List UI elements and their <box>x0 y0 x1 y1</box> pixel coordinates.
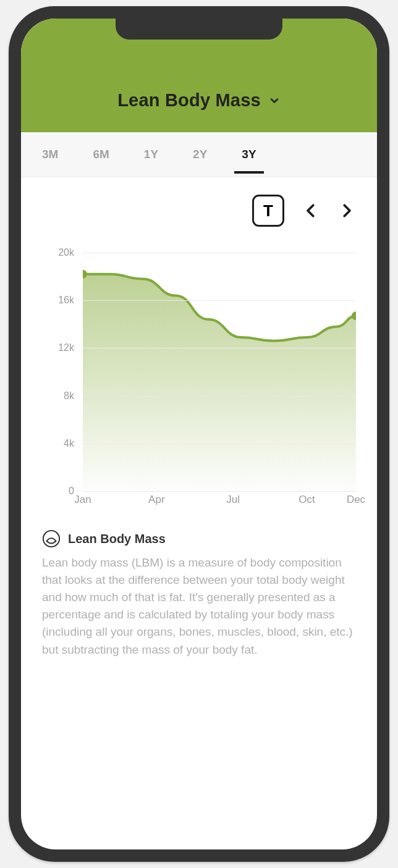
x-axis-label: Jan <box>74 494 91 506</box>
y-axis-label: 8k <box>42 390 74 402</box>
gridline <box>83 444 356 444</box>
time-range-tabs: 3M 6M 1Y 2Y 3Y <box>21 132 377 177</box>
tab-label: 6M <box>93 148 109 161</box>
metric-selector[interactable]: Lean Body Mass <box>117 90 281 111</box>
tab-label: 3M <box>42 148 58 161</box>
info-section: Lean Body Mass Lean body mass (LBM) is a… <box>21 512 377 659</box>
info-description: Lean body mass (LBM) is a measure of bod… <box>42 554 356 659</box>
area-chart: 04k8k12k16k20k JanAprJulOctDec <box>42 253 356 506</box>
tab-1y[interactable]: 1Y <box>140 135 162 174</box>
chevron-down-icon <box>268 95 281 107</box>
tab-label: 2Y <box>193 148 207 161</box>
chart-toolbar: T <box>21 177 377 227</box>
phone-frame: Lean Body Mass 3M 6M 1Y 2Y 3Y T 04k8k12k… <box>9 6 389 862</box>
toggle-label: T <box>263 201 273 221</box>
chevron-right-icon[interactable] <box>337 201 356 220</box>
y-axis-label: 4k <box>42 438 74 449</box>
page-title: Lean Body Mass <box>117 90 261 111</box>
x-axis-label: Dec <box>347 494 365 506</box>
y-axis-label: 12k <box>42 342 74 353</box>
x-axis-label: Apr <box>148 494 164 506</box>
x-axis-label: Jul <box>226 494 240 506</box>
tab-3m[interactable]: 3M <box>38 135 62 174</box>
tab-label: 1Y <box>144 148 158 161</box>
toggle-button[interactable]: T <box>252 195 284 227</box>
gridline <box>83 491 356 492</box>
tab-2y[interactable]: 2Y <box>189 135 211 174</box>
gridline <box>83 253 356 253</box>
tab-3y[interactable]: 3Y <box>238 135 260 174</box>
body-icon <box>42 529 61 548</box>
chart-container: 04k8k12k16k20k JanAprJulOctDec <box>21 227 377 512</box>
y-axis-label: 16k <box>42 295 74 306</box>
tab-6m[interactable]: 6M <box>89 135 112 174</box>
device-notch <box>116 19 282 40</box>
info-title: Lean Body Mass <box>68 532 166 546</box>
x-axis-label: Oct <box>298 494 315 506</box>
gridline <box>83 396 356 397</box>
screen: Lean Body Mass 3M 6M 1Y 2Y 3Y T 04k8k12k… <box>21 19 377 849</box>
gridline <box>83 300 356 301</box>
y-axis-label: 0 <box>42 486 74 497</box>
gridline <box>83 348 356 348</box>
tab-label: 3Y <box>242 148 256 161</box>
y-axis-label: 20k <box>42 247 74 258</box>
chevron-left-icon[interactable] <box>302 201 320 220</box>
chart-area-fill <box>83 274 356 491</box>
